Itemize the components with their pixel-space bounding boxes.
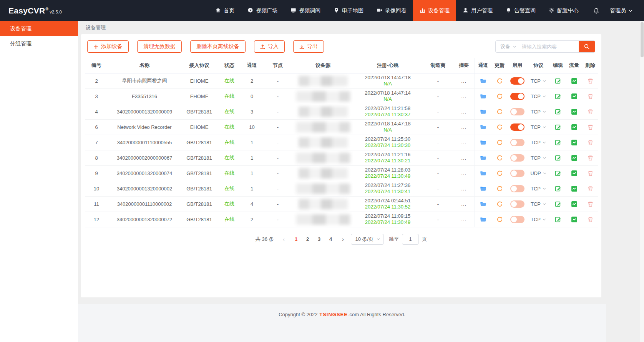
page-jump-input[interactable] <box>402 234 419 245</box>
traffic-icon[interactable] <box>571 216 578 223</box>
channel-folder-icon[interactable] <box>480 185 486 192</box>
cell-summary[interactable]: ... <box>453 135 475 150</box>
search-button[interactable] <box>579 41 595 52</box>
edit-icon[interactable] <box>555 185 561 192</box>
export-button[interactable]: 导出 <box>293 40 324 53</box>
traffic-icon[interactable] <box>571 108 578 115</box>
nav-item-alarm-query[interactable]: 告警查询 <box>499 0 542 21</box>
protocol-select[interactable]: TCP <box>531 155 546 161</box>
delete-icon[interactable] <box>587 139 594 146</box>
enable-toggle[interactable] <box>510 154 524 162</box>
traffic-icon[interactable] <box>571 201 578 207</box>
cell-summary[interactable]: ... <box>453 196 475 212</box>
nav-item-video-review[interactable]: 视频调阅 <box>284 0 327 21</box>
cell-summary[interactable]: ... <box>453 88 475 104</box>
channel-folder-icon[interactable] <box>480 216 486 223</box>
nav-item-home[interactable]: 首页 <box>209 0 241 21</box>
refresh-icon[interactable] <box>496 216 503 223</box>
channel-folder-icon[interactable] <box>480 170 486 177</box>
edit-icon[interactable] <box>555 155 561 161</box>
protocol-select[interactable]: TCP <box>531 78 546 84</box>
delete-icon[interactable] <box>587 124 594 130</box>
page-number-2[interactable]: 2 <box>303 236 312 242</box>
enable-toggle[interactable] <box>510 123 524 131</box>
cell-summary[interactable]: ... <box>453 104 475 119</box>
refresh-icon[interactable] <box>496 201 503 207</box>
enable-toggle[interactable] <box>510 139 524 146</box>
channel-folder-icon[interactable] <box>480 139 486 146</box>
enable-toggle[interactable] <box>510 185 524 192</box>
protocol-select[interactable]: TCP <box>531 186 546 192</box>
enable-toggle[interactable] <box>510 108 524 115</box>
edit-icon[interactable] <box>555 170 561 177</box>
nav-item-emap[interactable]: 电子地图 <box>327 0 370 21</box>
protocol-select[interactable]: UDP <box>530 170 546 176</box>
edit-icon[interactable] <box>555 93 561 100</box>
channel-folder-icon[interactable] <box>480 124 486 130</box>
delete-icon[interactable] <box>587 93 594 100</box>
enable-toggle[interactable] <box>510 200 524 208</box>
nav-item-user-management[interactable]: 用户管理 <box>456 0 499 21</box>
nav-item-playback[interactable]: 录像回看 <box>370 0 413 21</box>
refresh-icon[interactable] <box>496 170 503 177</box>
traffic-icon[interactable] <box>571 124 578 130</box>
delete-icon[interactable] <box>587 78 594 84</box>
traffic-icon[interactable] <box>571 93 578 100</box>
sidebar-item-group-management[interactable]: 分组管理 <box>0 36 78 51</box>
bell-icon[interactable] <box>593 7 600 14</box>
channel-folder-icon[interactable] <box>480 155 486 161</box>
traffic-icon[interactable] <box>571 185 578 192</box>
cell-summary[interactable]: ... <box>453 181 475 196</box>
protocol-select[interactable]: TCP <box>531 124 546 130</box>
traffic-icon[interactable] <box>571 155 578 161</box>
search-input[interactable] <box>520 41 579 52</box>
import-button[interactable]: 导入 <box>254 40 285 53</box>
delete-icon[interactable] <box>587 201 594 207</box>
protocol-select[interactable]: TCP <box>531 217 546 222</box>
delete-icon[interactable] <box>587 155 594 161</box>
edit-icon[interactable] <box>555 78 561 84</box>
channel-folder-icon[interactable] <box>480 201 486 207</box>
cell-summary[interactable]: ... <box>453 165 475 181</box>
refresh-icon[interactable] <box>496 155 503 161</box>
cell-summary[interactable]: ... <box>453 212 475 227</box>
enable-toggle[interactable] <box>510 77 524 85</box>
cell-summary[interactable]: ... <box>453 73 475 88</box>
protocol-select[interactable]: TCP <box>531 140 546 145</box>
refresh-icon[interactable] <box>496 139 503 146</box>
refresh-icon[interactable] <box>496 78 503 84</box>
delete-icon[interactable] <box>587 216 594 223</box>
refresh-icon[interactable] <box>496 185 503 192</box>
refresh-icon[interactable] <box>496 93 503 100</box>
channel-folder-icon[interactable] <box>480 108 486 115</box>
channel-folder-icon[interactable] <box>480 93 486 100</box>
edit-icon[interactable] <box>555 108 561 115</box>
delete-icon[interactable] <box>587 170 594 177</box>
window-scrollbar[interactable] <box>640 21 644 342</box>
delete-icon[interactable] <box>587 108 594 115</box>
nav-item-device-management[interactable]: 设备管理 <box>413 0 456 21</box>
cell-summary[interactable]: ... <box>453 119 475 135</box>
edit-icon[interactable] <box>555 139 561 146</box>
channel-folder-icon[interactable] <box>480 78 486 84</box>
enable-toggle[interactable] <box>510 93 524 100</box>
delete-icon[interactable] <box>587 185 594 192</box>
traffic-icon[interactable] <box>571 78 578 84</box>
refresh-icon[interactable] <box>496 108 503 115</box>
protocol-select[interactable]: TCP <box>531 201 546 207</box>
scrollbar-thumb[interactable] <box>641 22 644 57</box>
next-page-button[interactable]: › <box>339 236 347 242</box>
traffic-icon[interactable] <box>571 139 578 146</box>
page-size-select[interactable]: 10 条/页 <box>351 234 384 245</box>
edit-icon[interactable] <box>555 216 561 223</box>
delete-offline-devices-button[interactable]: 删除本页离线设备 <box>190 40 246 53</box>
protocol-select[interactable]: TCP <box>531 93 546 99</box>
add-device-button[interactable]: 添加设备 <box>87 40 129 53</box>
edit-icon[interactable] <box>555 124 561 130</box>
sidebar-item-device-management[interactable]: 设备管理 <box>0 21 78 36</box>
enable-toggle[interactable] <box>510 216 524 223</box>
clean-invalid-data-button[interactable]: 清理无效数据 <box>137 40 182 53</box>
refresh-icon[interactable] <box>496 124 503 130</box>
search-category-select[interactable]: 设备 <box>496 41 520 52</box>
traffic-icon[interactable] <box>571 170 578 177</box>
